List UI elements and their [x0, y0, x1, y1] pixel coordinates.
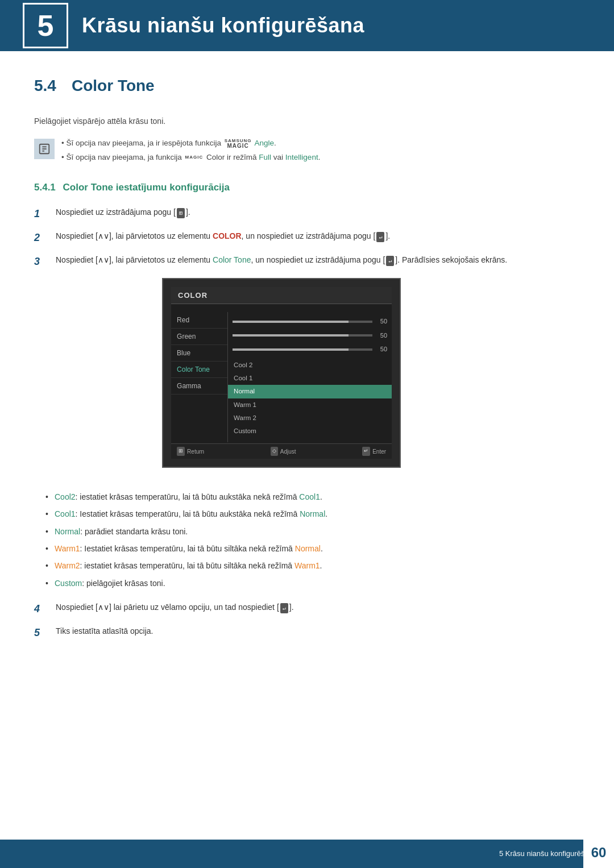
color-menu-footer: ⊞ Return ◇ Adjust ↵ Enter: [171, 443, 392, 459]
chapter-title: Krāsu nianšu konfigurēšana: [82, 10, 364, 41]
submenu-warm1: Warm 1: [228, 398, 392, 412]
subsection-heading: 5.4.1 Color Tone iestatījumu konfigurāci…: [34, 180, 580, 195]
step-4: 4 Nospiediet [∧∨] lai pārietu uz vēlamo …: [34, 601, 580, 617]
color-menu-right: 50 50 50: [228, 312, 392, 442]
menu-item-green: Green: [171, 329, 227, 345]
slider-blue: 50: [228, 342, 392, 356]
slider-red: 50: [228, 314, 392, 329]
submenu-custom: Custom: [228, 425, 392, 438]
color-menu: COLOR Red Green Blue Color Tone Gamma: [171, 287, 392, 459]
bullet-warm1: Warm1: Iestatiet krāsas temperatūru, lai…: [45, 542, 580, 555]
section-title: Color Tone: [72, 74, 155, 98]
chapter-number: 5: [23, 3, 68, 48]
step-number-1: 1: [34, 206, 51, 222]
menu-item-blue: Blue: [171, 345, 227, 362]
menu-item-gamma: Gamma: [171, 378, 227, 394]
menu-item-colortone: Color Tone: [171, 362, 227, 378]
subsection-number: 5.4.1: [34, 182, 56, 193]
note-line-1: Šī opcija nav pieejama, ja ir iespējota …: [61, 138, 320, 149]
footer-page-number: 60: [583, 837, 614, 868]
submenu-options: Cool 2 Cool 1 Normal Warm 1 Warm 2 Custo…: [228, 356, 392, 441]
slider-green: 50: [228, 329, 392, 343]
step-number-3: 3: [34, 254, 51, 269]
submenu-cool2: Cool 2: [228, 359, 392, 372]
bullet-cool1: Cool1: Iestatiet krāsas temperatūru, lai…: [45, 508, 580, 520]
step-5: 5 Tiks iestatīta atlasītā opcija.: [34, 625, 580, 641]
note-line-2: Šī opcija nav pieejama, ja funkcija MAGI…: [61, 152, 320, 163]
monitor-screenshot: COLOR Red Green Blue Color Tone Gamma: [56, 278, 507, 468]
submenu-cool1: Cool 1: [228, 372, 392, 385]
step-number-5: 5: [34, 625, 51, 641]
bullet-warm2: Warm2: iestatiet krāsas temperatūru, lai…: [45, 559, 580, 572]
bullet-list: Cool2: iestatiet krāsas temperatūru, lai…: [45, 491, 580, 589]
subsection-title: Color Tone iestatījumu konfigurācija: [63, 182, 230, 193]
step-1: 1 Nospiediet uz izstrādājuma pogu [⊞].: [34, 206, 580, 222]
step-3: 3 Nospiediet [∧∨], lai pārvietotos uz el…: [34, 254, 580, 481]
section-description: Pielāgojiet vispārējo attēla krāsu toni.: [34, 115, 580, 127]
step-text-3: Nospiediet [∧∨], lai pārvietotos uz elem…: [56, 255, 507, 264]
monitor-screen: COLOR Red Green Blue Color Tone Gamma: [162, 278, 401, 468]
page-footer: 5 Krāsu nianšu konfigurēšana 60: [0, 840, 614, 868]
menu-item-red: Red: [171, 312, 227, 329]
bullet-normal: Normal: parādiet standarta krāsu toni.: [45, 525, 580, 538]
note-icon: [34, 139, 55, 159]
step-text-4: Nospiediet [∧∨] lai pārietu uz vēlamo op…: [56, 601, 294, 613]
step-text-1: Nospiediet uz izstrādājuma pogu [⊞].: [56, 206, 190, 218]
color-menu-body: Red Green Blue Color Tone Gamma 50: [171, 312, 392, 442]
footer-chapter-text: 5 Krāsu nianšu konfigurēšana: [499, 848, 597, 859]
step-text-5: Tiks iestatīta atlasītā opcija.: [56, 625, 153, 637]
chapter-header: 5 Krāsu nianšu konfigurēšana: [0, 0, 614, 51]
step-number-4: 4: [34, 601, 51, 617]
step-text-2: Nospiediet [∧∨], lai pārvietotos uz elem…: [56, 230, 390, 242]
bullet-cool2: Cool2: iestatiet krāsas temperatūru, lai…: [45, 491, 580, 503]
bullet-custom: Custom: pielāgojiet krāsas toni.: [45, 577, 580, 589]
section-number: 5.4: [34, 74, 63, 98]
footer-enter: ↵ Enter: [362, 447, 386, 456]
step-2: 2 Nospiediet [∧∨], lai pārvietotos uz el…: [34, 230, 580, 246]
step-number-2: 2: [34, 230, 51, 246]
color-menu-left: Red Green Blue Color Tone Gamma: [171, 312, 228, 442]
color-menu-title: COLOR: [171, 287, 392, 305]
note-box: Šī opcija nav pieejama, ja ir iespējota …: [34, 138, 580, 163]
footer-adjust: ◇ Adjust: [271, 447, 296, 456]
section-heading: 5.4 Color Tone: [34, 74, 580, 98]
note-lines: Šī opcija nav pieejama, ja ir iespējota …: [61, 138, 320, 163]
submenu-warm2: Warm 2: [228, 412, 392, 425]
submenu-normal: Normal: [228, 385, 392, 398]
footer-return: ⊞ Return: [177, 447, 204, 456]
